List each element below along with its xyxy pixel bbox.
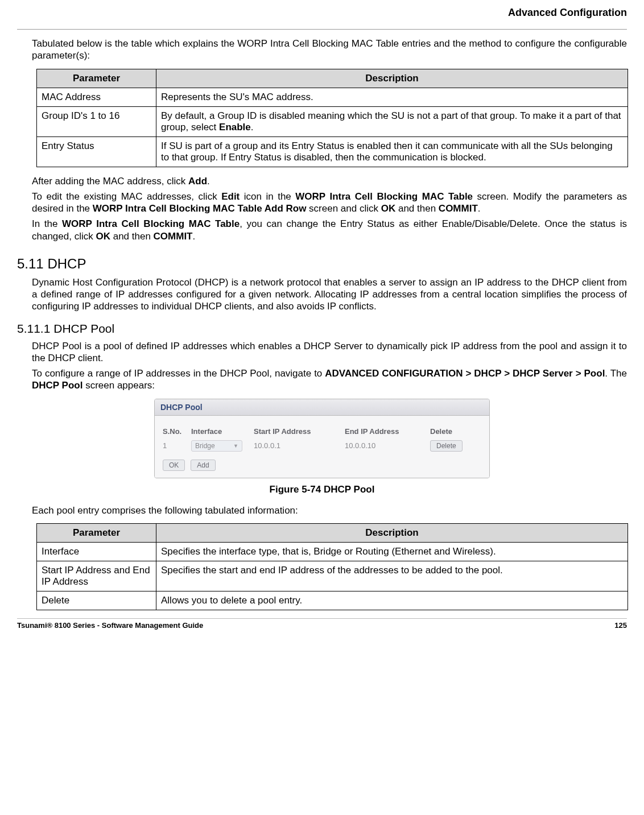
ss-col-startip: Start IP Address: [254, 427, 345, 436]
tbl1-r2-desc: If SU is part of a group and its Entry S…: [156, 136, 628, 167]
tbl1-r0-desc: Represents the SU's MAC address.: [156, 88, 628, 106]
table-row: MAC Address Represents the SU's MAC addr…: [37, 88, 628, 106]
chevron-down-icon: ▼: [233, 443, 238, 449]
ok-button[interactable]: OK: [163, 460, 185, 471]
ss-row1-delete[interactable]: Delete: [430, 440, 481, 452]
tbl2-r1-param: Start IP Address and End IP Address: [37, 561, 156, 591]
ss-row1-startip: 10.0.0.1: [254, 441, 345, 450]
tbl2-head-desc: Description: [156, 523, 628, 542]
tbl1-r1-desc: By default, a Group ID is disabled meani…: [156, 106, 628, 136]
footer-rule: [17, 618, 627, 619]
tbl1-r2-param: Entry Status: [37, 136, 156, 167]
intro-paragraph: Tabulated below is the table which expla…: [17, 38, 627, 62]
screenshot-title: DHCP Pool: [155, 399, 489, 416]
figure-caption: Figure 5-74 DHCP Pool: [17, 484, 627, 495]
dhcp-intro: Dynamic Host Configuration Protocol (DHC…: [17, 276, 627, 313]
paragraph-status: In the WORP Intra Cell Blocking MAC Tabl…: [17, 218, 627, 242]
tbl2-r2-desc: Allows you to delete a pool entry.: [156, 591, 628, 610]
footer-page-number: 125: [614, 621, 627, 630]
ss-col-interface: Interface: [191, 427, 254, 436]
ss-row1-interface-select[interactable]: Bridge ▼: [191, 440, 254, 452]
paragraph-edit: To edit the existing MAC addresses, clic…: [17, 191, 627, 215]
worp-mac-table: Parameter Description MAC Address Repres…: [36, 69, 628, 167]
table-row: Delete Allows you to delete a pool entry…: [37, 591, 628, 610]
table-row: Interface Specifies the interface type, …: [37, 542, 628, 561]
table-row: Start IP Address and End IP Address Spec…: [37, 561, 628, 591]
tbl1-r1-param: Group ID's 1 to 16: [37, 106, 156, 136]
tbl2-r1-desc: Specifies the start and end IP address o…: [156, 561, 628, 591]
header-rule: [17, 29, 627, 30]
footer-left: Tsunami® 8100 Series - Software Manageme…: [17, 621, 203, 630]
ss-col-endip: End IP Address: [345, 427, 430, 436]
paragraph-add: After adding the MAC address, click Add.: [17, 175, 627, 187]
dhcp-pool-screenshot: DHCP Pool S.No. Interface Start IP Addre…: [154, 399, 490, 478]
ss-row1-interface-value: Bridge: [195, 442, 215, 450]
tbl2-head-param: Parameter: [37, 523, 156, 542]
tbl1-r0-param: MAC Address: [37, 88, 156, 106]
delete-button[interactable]: Delete: [430, 440, 463, 452]
ss-row1-endip: 10.0.0.10: [345, 441, 430, 450]
add-button[interactable]: Add: [191, 460, 215, 471]
tbl2-r0-desc: Specifies the interface type, that is, B…: [156, 542, 628, 561]
tbl2-r2-param: Delete: [37, 591, 156, 610]
pool-follow-text: Each pool entry comprises the following …: [17, 504, 627, 516]
ss-col-sno: S.No.: [163, 427, 191, 436]
section-dhcp-pool-heading: 5.11.1 DHCP Pool: [17, 322, 627, 336]
tbl1-head-desc: Description: [156, 69, 628, 88]
pool-intro: DHCP Pool is a pool of defined IP addres…: [17, 340, 627, 365]
tbl1-head-param: Parameter: [37, 69, 156, 88]
pool-nav: To configure a range of IP addresses in …: [17, 367, 627, 392]
page-header-title: Advanced Configuration: [17, 0, 627, 29]
table-row: Entry Status If SU is part of a group an…: [37, 136, 628, 167]
table-row: Group ID's 1 to 16 By default, a Group I…: [37, 106, 628, 136]
dhcp-pool-table: Parameter Description Interface Specifie…: [36, 523, 628, 610]
ss-col-delete: Delete: [430, 427, 481, 436]
page-footer: Tsunami® 8100 Series - Software Manageme…: [17, 621, 627, 630]
section-dhcp-heading: 5.11 DHCP: [17, 256, 627, 272]
tbl2-r0-param: Interface: [37, 542, 156, 561]
ss-row1-no: 1: [163, 441, 191, 450]
